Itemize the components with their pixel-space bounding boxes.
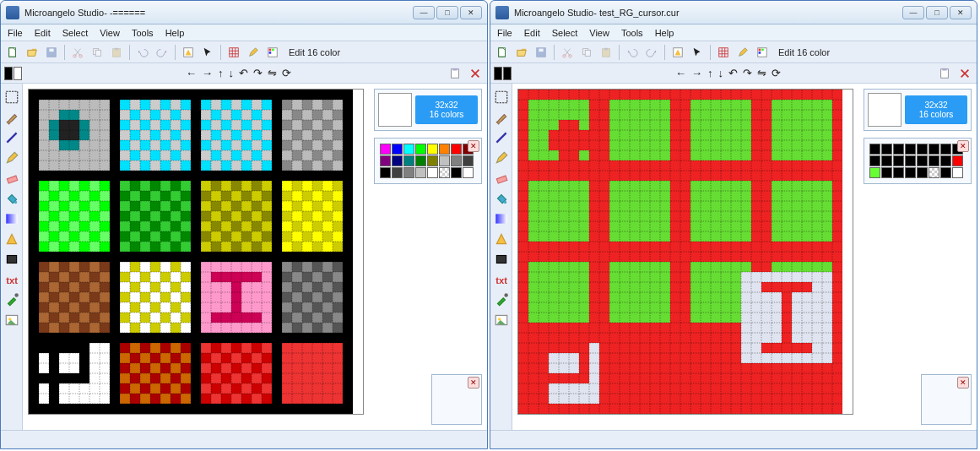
fg-color-swatch[interactable] xyxy=(4,67,13,80)
gradient-icon[interactable] xyxy=(493,210,510,227)
palette-color[interactable] xyxy=(940,155,951,166)
format-thumb[interactable] xyxy=(868,93,901,127)
size-badge[interactable]: 32x3216 colors xyxy=(905,95,967,124)
palette-color[interactable] xyxy=(427,167,438,178)
size-badge[interactable]: 32x3216 colors xyxy=(415,95,478,124)
palette-color[interactable] xyxy=(893,167,904,178)
grid-icon[interactable] xyxy=(715,44,732,61)
dropper-icon[interactable] xyxy=(493,291,510,308)
palette-color[interactable] xyxy=(917,155,928,166)
arrow-up-icon[interactable]: ↑ xyxy=(218,67,224,79)
palette-color[interactable] xyxy=(463,155,474,166)
palette-color[interactable] xyxy=(380,155,391,166)
palette-color[interactable] xyxy=(952,167,963,178)
rotate-right-icon[interactable]: ↷ xyxy=(253,67,263,79)
menu-view[interactable]: View xyxy=(100,28,120,38)
dropper-icon[interactable] xyxy=(3,291,20,308)
palette-color[interactable] xyxy=(380,167,391,178)
titlebar[interactable]: Microangelo Studio- -====== — □ ✕ xyxy=(1,1,487,24)
arrow-left-icon[interactable]: ← xyxy=(675,67,686,79)
menu-select[interactable]: Select xyxy=(62,28,89,38)
arrow-right-icon[interactable]: → xyxy=(202,67,213,79)
titlebar[interactable]: Microangelo Studio- test_RG_cursor.cur —… xyxy=(490,1,977,24)
close-button[interactable]: ✕ xyxy=(950,6,972,19)
image-icon[interactable] xyxy=(3,312,20,329)
minimize-button[interactable]: — xyxy=(902,6,924,19)
palette-color[interactable] xyxy=(463,167,474,178)
select-icon[interactable] xyxy=(3,89,20,106)
palette-color[interactable] xyxy=(869,144,880,155)
cycle-icon[interactable]: ⟳ xyxy=(282,67,291,79)
maximize-button[interactable]: □ xyxy=(436,6,458,19)
palette-color[interactable] xyxy=(905,144,916,155)
delete-icon[interactable] xyxy=(956,65,973,82)
close-button[interactable]: ✕ xyxy=(460,6,482,19)
palette-color[interactable] xyxy=(392,167,403,178)
cursor-icon[interactable] xyxy=(689,44,706,61)
cycle-icon[interactable]: ⟳ xyxy=(772,67,781,79)
fill-icon[interactable] xyxy=(3,190,20,207)
gradient-icon[interactable] xyxy=(3,210,20,227)
flip-icon[interactable]: ⇋ xyxy=(268,67,277,79)
menu-edit[interactable]: Edit xyxy=(524,28,540,38)
palette-color[interactable] xyxy=(403,167,414,178)
palette-color[interactable] xyxy=(940,144,951,155)
cursor-icon[interactable] xyxy=(199,44,216,61)
bg-color-swatch[interactable] xyxy=(503,67,512,80)
palette-icon[interactable] xyxy=(264,44,281,61)
palette-color[interactable] xyxy=(403,155,414,166)
wizard-icon[interactable] xyxy=(180,44,197,61)
pencil-icon[interactable] xyxy=(734,44,751,61)
rotate-left-icon[interactable]: ↶ xyxy=(239,67,248,79)
pencil-icon[interactable] xyxy=(3,149,20,166)
palette-color[interactable] xyxy=(403,144,414,155)
brush-icon[interactable] xyxy=(493,109,510,126)
palette-color[interactable] xyxy=(427,155,438,166)
shape-icon[interactable] xyxy=(493,231,510,247)
palette-color[interactable] xyxy=(427,144,438,155)
image-icon[interactable] xyxy=(493,312,510,329)
palette-color[interactable] xyxy=(392,155,403,166)
palette-color[interactable] xyxy=(917,144,928,155)
menu-select[interactable]: Select xyxy=(552,28,578,38)
clipboard-icon[interactable] xyxy=(447,65,463,82)
line-icon[interactable] xyxy=(3,129,20,146)
text-icon[interactable]: txt xyxy=(493,271,510,288)
arrow-down-icon[interactable]: ↓ xyxy=(229,67,235,79)
palette-color[interactable] xyxy=(415,167,426,178)
menu-help[interactable]: Help xyxy=(655,28,674,38)
fill-icon[interactable] xyxy=(493,190,510,207)
palette-color[interactable] xyxy=(392,144,403,155)
flip-icon[interactable]: ⇋ xyxy=(757,67,766,79)
palette-color[interactable] xyxy=(439,144,450,155)
maximize-button[interactable]: □ xyxy=(926,6,948,19)
new-file-icon[interactable] xyxy=(494,44,511,61)
format-thumb[interactable] xyxy=(378,93,412,127)
palette-color[interactable] xyxy=(881,144,892,155)
menu-file[interactable]: File xyxy=(8,28,23,38)
arrow-up-icon[interactable]: ↑ xyxy=(707,67,713,79)
select-icon[interactable] xyxy=(493,89,510,106)
grid-icon[interactable] xyxy=(225,44,242,61)
palette-color[interactable] xyxy=(451,155,462,166)
rotate-left-icon[interactable]: ↶ xyxy=(728,67,738,79)
text-icon[interactable]: txt xyxy=(3,271,20,288)
menu-edit[interactable]: Edit xyxy=(35,28,51,38)
brush-icon[interactable] xyxy=(3,109,20,126)
palette-color[interactable] xyxy=(881,167,892,178)
palette-color[interactable] xyxy=(917,167,928,178)
open-folder-icon[interactable] xyxy=(513,44,530,61)
bg-color-swatch[interactable] xyxy=(14,67,22,80)
shape-icon[interactable] xyxy=(3,231,20,247)
palette-color[interactable] xyxy=(905,155,916,166)
arrow-left-icon[interactable]: ← xyxy=(186,67,197,79)
palette-color[interactable] xyxy=(415,144,426,155)
palette-color[interactable] xyxy=(940,167,951,178)
palette-color[interactable] xyxy=(881,155,892,166)
pixel-canvas[interactable] xyxy=(512,84,858,430)
pencil-icon[interactable] xyxy=(493,149,510,166)
rotate-right-icon[interactable]: ↷ xyxy=(743,67,752,79)
menu-file[interactable]: File xyxy=(497,28,512,38)
rect-icon[interactable] xyxy=(3,251,20,268)
wizard-icon[interactable] xyxy=(669,44,686,61)
